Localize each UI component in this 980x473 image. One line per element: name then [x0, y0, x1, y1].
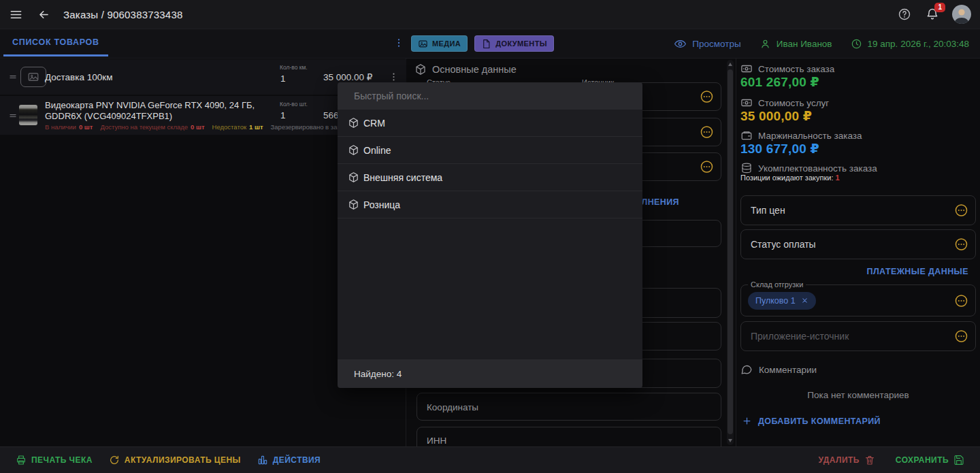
chip-remove-icon[interactable]	[801, 297, 808, 304]
dropdown-option-retail[interactable]: Розница	[338, 191, 642, 218]
completeness-label-row: Укомплектованность заказа	[740, 162, 877, 174]
services-cost-value: 35 000,00 ₽	[740, 108, 812, 124]
more-options-icon[interactable]	[700, 90, 714, 104]
more-options-icon[interactable]	[700, 160, 714, 174]
margin-label: Маржинальность заказа	[758, 131, 862, 141]
product-price: 35 000.00 ₽	[323, 71, 372, 82]
save-icon	[953, 455, 964, 466]
awaiting-purchase-note: Позиции ожидают закупки: 1	[740, 174, 840, 182]
print-receipt-label: ПЕЧАТЬ ЧЕКА	[31, 455, 93, 465]
cube-icon	[348, 117, 359, 129]
app-source-field[interactable]: Приложение-источник	[740, 321, 976, 351]
section-title: Основные данные	[432, 64, 517, 75]
option-label: Online	[363, 145, 391, 156]
stock-available-warehouse: Доступно на текущем складе 0 шт	[100, 123, 204, 131]
cube-icon	[348, 199, 359, 210]
image-icon	[418, 39, 428, 49]
scrollbar-up-arrow[interactable]	[728, 63, 732, 66]
product-thumbnail	[19, 105, 37, 125]
refresh-prices-button[interactable]: АКТУАЛИЗИРОВАТЬ ЦЕНЫ	[109, 455, 241, 466]
more-options-icon[interactable]	[954, 203, 968, 218]
dropdown-option-online[interactable]: Online	[338, 137, 642, 164]
back-arrow-icon[interactable]	[37, 8, 50, 21]
documents-button-label: ДОКУМЕНТЫ	[495, 39, 547, 48]
stock-value: 0 шт	[191, 123, 205, 131]
tab-products-list[interactable]: СПИСОК ТОВАРОВ	[3, 29, 108, 55]
hamburger-menu-icon[interactable]	[10, 8, 22, 21]
document-icon	[481, 39, 491, 49]
documents-button[interactable]: ДОКУМЕНТЫ	[474, 35, 554, 52]
avatar-photo	[952, 5, 971, 24]
dropdown-option-external-system[interactable]: Внешняя система	[338, 164, 642, 191]
form-scrollbar[interactable]	[727, 60, 734, 445]
dropdown-option-crm[interactable]: CRM	[338, 110, 642, 137]
actions-button[interactable]: ДЕЙСТВИЯ	[257, 455, 321, 466]
printer-icon	[16, 455, 27, 466]
media-button[interactable]: МЕДИА	[411, 35, 468, 52]
trash-icon	[864, 455, 875, 466]
quantity-value[interactable]: 1	[280, 74, 286, 84]
scrollbar-thumb[interactable]	[728, 69, 733, 434]
no-comments-text: Пока нет комментариев	[736, 390, 980, 400]
media-button-label: МЕДИА	[432, 39, 461, 48]
datetime-value: 19 апр. 2026 г., 20:03:48	[868, 39, 969, 49]
more-options-icon[interactable]	[954, 238, 968, 252]
quantity-label: Кол-во шт.	[280, 101, 308, 108]
banknote-icon	[740, 63, 753, 75]
drag-handle-icon[interactable]	[8, 72, 18, 82]
attachment-buttons: МЕДИА ДОКУМЕНТЫ	[411, 35, 554, 52]
views-label: Просмотры	[692, 39, 740, 49]
add-comment-button[interactable]: ДОБАВИТЬ КОММЕНТАРИЙ	[742, 416, 881, 426]
stock-shortage: Недостаток 1 шт	[212, 123, 263, 131]
coordinates-label: Координаты	[427, 402, 478, 412]
clock-icon	[851, 38, 862, 50]
notifications-button[interactable]: 1	[926, 7, 939, 21]
quantity-value[interactable]: 1	[280, 110, 286, 120]
coordinates-field[interactable]: Координаты	[416, 393, 721, 421]
views-link[interactable]: Просмотры	[674, 37, 740, 50]
cube-icon	[348, 172, 359, 183]
refresh-icon	[109, 455, 120, 466]
quick-search-input[interactable]	[354, 91, 626, 101]
order-cost-label: Стоимость заказа	[758, 64, 834, 74]
payment-data-link[interactable]: ПЛАТЕЖНЫЕ ДАННЫЕ	[867, 267, 968, 276]
payment-status-label: Статус оплаты	[751, 239, 816, 250]
option-label: Розница	[363, 199, 400, 210]
stock-value: 1 шт	[249, 123, 263, 131]
services-cost-label: Стоимость услуг	[758, 98, 829, 108]
product-image-placeholder	[20, 67, 46, 87]
refresh-prices-label: АКТУАЛИЗИРОВАТЬ ЦЕНЫ	[125, 455, 241, 465]
scrollbar-down-arrow[interactable]	[728, 439, 732, 442]
margin-value: 130 677,00 ₽	[740, 141, 819, 157]
inn-label: ИНН	[427, 436, 446, 446]
more-options-icon[interactable]	[700, 125, 714, 140]
help-icon[interactable]	[898, 7, 911, 21]
list-kebab-menu-icon[interactable]	[393, 35, 404, 50]
payment-status-field[interactable]: Статус оплаты	[740, 229, 976, 259]
plus-icon	[742, 416, 752, 426]
eye-icon	[674, 37, 687, 50]
save-button[interactable]: СОХРАНИТЬ	[896, 455, 964, 466]
notification-badge: 1	[934, 3, 945, 12]
inn-field[interactable]: ИНН	[416, 427, 721, 446]
user-avatar[interactable]	[952, 5, 971, 24]
stock-label: В наличии	[45, 123, 76, 131]
order-cost-label-row: Стоимость заказа	[740, 63, 834, 75]
margin-label-row: Маржинальность заказа	[740, 129, 862, 142]
print-receipt-button[interactable]: ПЕЧАТЬ ЧЕКА	[16, 455, 93, 466]
shipping-warehouse-field[interactable]: Склад отгрузки Пулково 1	[740, 284, 976, 316]
option-label: Внешняя система	[363, 172, 442, 183]
awaiting-purchase-value: 1	[836, 174, 840, 182]
delete-label: УДАЛИТЬ	[818, 455, 859, 465]
banknote-icon	[740, 97, 753, 109]
price-type-field[interactable]: Тип цен	[740, 195, 976, 225]
more-options-icon[interactable]	[954, 293, 968, 308]
warehouse-chip[interactable]: Пулково 1	[748, 292, 816, 310]
drag-handle-icon[interactable]	[8, 111, 18, 120]
stock-in-stock: В наличии 0 шт	[45, 123, 93, 131]
order-meta: Просмотры Иван Иванов 19 апр. 2026 г., 2…	[674, 29, 969, 58]
order-datetime: 19 апр. 2026 г., 20:03:48	[851, 38, 969, 50]
product-price: 566	[323, 110, 339, 120]
more-options-icon[interactable]	[954, 329, 968, 344]
delete-button[interactable]: УДАЛИТЬ	[818, 455, 875, 466]
